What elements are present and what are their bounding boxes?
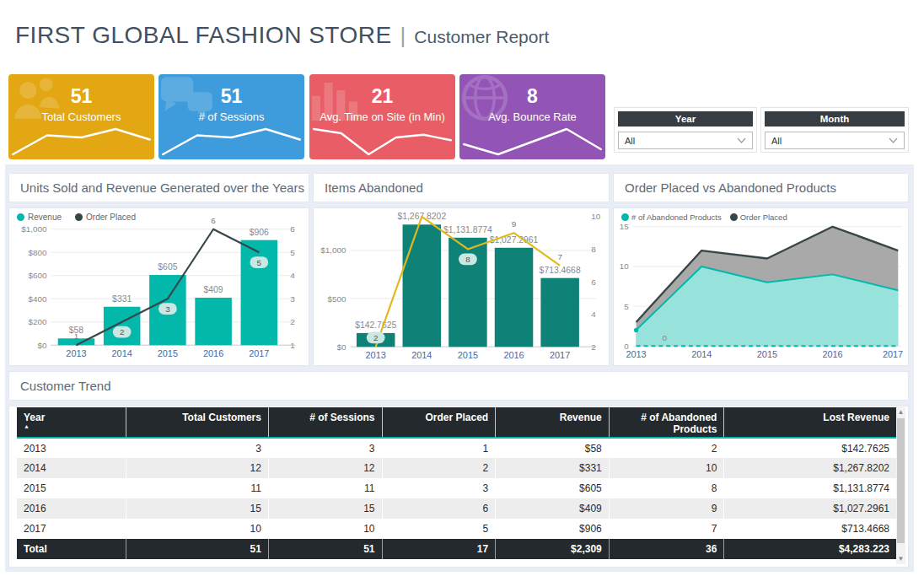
table-cell: 10 bbox=[609, 458, 724, 478]
column-header[interactable]: # of Abandoned Products bbox=[609, 407, 724, 438]
table-cell: 2014 bbox=[17, 458, 126, 478]
chart-items-abandoned: $0$500$1,000246810$142.7625$1,267.8202$1… bbox=[313, 207, 610, 366]
svg-text:9: 9 bbox=[512, 219, 517, 229]
column-header[interactable]: Lost Revenue bbox=[724, 407, 897, 438]
svg-text:2013: 2013 bbox=[366, 350, 386, 360]
table-cell: $409 bbox=[496, 498, 610, 519]
table-cell: $331 bbox=[496, 458, 610, 478]
svg-text:5: 5 bbox=[624, 302, 629, 311]
table-cell: $1,267.8202 bbox=[724, 458, 897, 478]
table-cell: 12 bbox=[268, 458, 382, 478]
svg-text:3: 3 bbox=[165, 304, 170, 314]
svg-text:6: 6 bbox=[211, 216, 216, 225]
table-cell: 11 bbox=[268, 478, 382, 498]
svg-text:2016: 2016 bbox=[503, 350, 524, 360]
kpi-card-1[interactable]: 51# of Sessions bbox=[158, 74, 304, 159]
svg-text:$142.7625: $142.7625 bbox=[355, 320, 396, 330]
kpi-card-3[interactable]: 8Avg. Bounce Rate bbox=[459, 74, 605, 159]
scrollbar-thumb[interactable] bbox=[897, 418, 905, 543]
table-cell: 10 bbox=[126, 519, 268, 539]
svg-text:2016: 2016 bbox=[203, 348, 223, 358]
svg-text:0: 0 bbox=[662, 333, 667, 342]
chart-items-abandoned-title: Items Abandoned bbox=[313, 173, 610, 202]
svg-text:$605: $605 bbox=[158, 262, 177, 272]
column-header[interactable]: Total Customers bbox=[126, 407, 268, 438]
table-cell: 5 bbox=[382, 519, 496, 539]
svg-text:$906: $906 bbox=[250, 228, 269, 237]
svg-text:10: 10 bbox=[591, 212, 600, 221]
column-header[interactable]: Order Placed bbox=[382, 407, 496, 438]
table-cell: 12 bbox=[126, 458, 268, 478]
year-filter-dropdown[interactable]: All bbox=[618, 132, 753, 149]
kpi-label: Avg. Time on Site (in Min) bbox=[309, 110, 455, 123]
year-filter-header: Year bbox=[618, 111, 753, 127]
table-cell: 3 bbox=[126, 438, 268, 458]
sparkline bbox=[8, 126, 154, 158]
svg-text:10: 10 bbox=[620, 261, 629, 271]
area-chart-order-vs-abandoned[interactable]: 051015020132014201520162017 bbox=[614, 208, 908, 365]
svg-text:2017: 2017 bbox=[249, 348, 269, 358]
table-row[interactable]: 201412122$33110$1,267.8202 bbox=[17, 458, 897, 478]
table-cell: 1 bbox=[382, 438, 496, 458]
svg-text:$500: $500 bbox=[327, 294, 346, 304]
svg-text:8: 8 bbox=[465, 255, 470, 264]
chart-order-vs-abandoned-legend: # of Abandoned ProductsOrder Placed bbox=[621, 213, 787, 222]
scroll-down-icon[interactable]: ▼ bbox=[896, 554, 905, 564]
table-total-row[interactable]: Total515117$2,30936$4,283.223 bbox=[17, 539, 897, 559]
kpi-label: # of Sessions bbox=[158, 110, 304, 123]
total-cell: $2,309 bbox=[496, 539, 610, 559]
svg-text:2: 2 bbox=[120, 327, 125, 336]
table-scrollbar[interactable]: ▲ ▼ bbox=[896, 407, 905, 564]
table-row[interactable]: 201615156$4099$1,027.2961 bbox=[17, 498, 897, 519]
svg-text:$0: $0 bbox=[37, 341, 46, 350]
kpi-label: Total Customers bbox=[8, 110, 154, 123]
chart-units-revenue: RevenueOrder Placed $0$200$400$600$800$1… bbox=[8, 207, 309, 366]
year-filter-value: All bbox=[625, 136, 635, 146]
svg-text:2016: 2016 bbox=[822, 349, 842, 359]
table-cell: 15 bbox=[268, 498, 382, 519]
legend-item[interactable]: Revenue bbox=[17, 213, 62, 222]
table-cell: $1,027.2961 bbox=[724, 498, 897, 519]
table-row[interactable]: 2013331$582$142.7625 bbox=[17, 438, 897, 458]
year-filter-panel: Year All bbox=[614, 107, 757, 153]
column-header[interactable]: # of Sessions bbox=[268, 407, 382, 438]
svg-text:$1,131.8774: $1,131.8774 bbox=[443, 225, 492, 234]
svg-text:$409: $409 bbox=[204, 285, 223, 294]
month-filter-dropdown[interactable]: All bbox=[765, 132, 905, 149]
svg-text:$400: $400 bbox=[28, 294, 46, 304]
customer-trend-panel: Year▲Total Customers# of SessionsOrder P… bbox=[8, 406, 909, 568]
table-row[interactable]: 201710105$9067$713.4668 bbox=[17, 519, 897, 539]
customer-trend-title: Customer Trend bbox=[8, 371, 909, 401]
column-header[interactable]: Year▲ bbox=[17, 407, 126, 438]
dashboard-page: FIRST GLOBAL FASHION STORE | Customer Re… bbox=[0, 0, 924, 576]
table-row[interactable]: 201511113$6058$1,131.8774 bbox=[17, 478, 897, 498]
svg-text:2017: 2017 bbox=[550, 350, 570, 360]
legend-item[interactable]: Order Placed bbox=[730, 213, 787, 222]
svg-text:$0: $0 bbox=[336, 342, 346, 352]
table-cell: 7 bbox=[609, 519, 724, 539]
column-header[interactable]: Revenue bbox=[496, 407, 610, 438]
table-cell: 10 bbox=[268, 519, 382, 539]
month-filter-panel: Month All bbox=[760, 107, 909, 153]
table-cell: 11 bbox=[126, 478, 268, 498]
svg-text:2015: 2015 bbox=[158, 348, 178, 358]
combo-chart-items-abandoned[interactable]: $0$500$1,000246810$142.7625$1,267.8202$1… bbox=[314, 208, 609, 365]
month-filter-value: All bbox=[771, 136, 782, 146]
chart-units-revenue-legend: RevenueOrder Placed bbox=[17, 213, 136, 222]
table-cell: 8 bbox=[609, 478, 724, 498]
svg-text:$1,000: $1,000 bbox=[21, 224, 47, 234]
scroll-up-icon[interactable]: ▲ bbox=[896, 407, 905, 417]
legend-item[interactable]: # of Abandoned Products bbox=[621, 213, 722, 222]
table-cell: $713.4668 bbox=[724, 519, 897, 539]
svg-text:$200: $200 bbox=[28, 317, 46, 326]
kpi-card-2[interactable]: 21Avg. Time on Site (in Min) bbox=[309, 74, 455, 159]
legend-item[interactable]: Order Placed bbox=[75, 213, 136, 222]
svg-text:2: 2 bbox=[290, 317, 295, 326]
svg-text:$600: $600 bbox=[28, 271, 46, 280]
total-cell: Total bbox=[17, 539, 126, 559]
svg-text:3: 3 bbox=[290, 294, 295, 304]
combo-chart-units-revenue[interactable]: $0$200$400$600$800$1,000123456$58$331$60… bbox=[9, 208, 309, 365]
sparkline bbox=[158, 126, 304, 158]
table-cell: $58 bbox=[496, 438, 610, 458]
kpi-card-0[interactable]: 51Total Customers bbox=[8, 74, 154, 159]
